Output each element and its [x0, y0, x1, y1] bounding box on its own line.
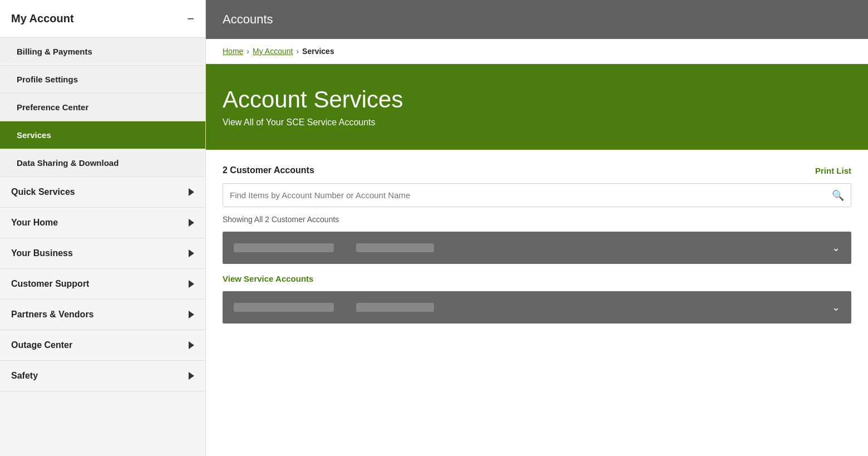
breadcrumb-myaccount[interactable]: My Account	[253, 47, 293, 56]
your-business-label: Your Business	[11, 248, 73, 258]
arrow-icon-safety	[189, 372, 194, 380]
sidebar-item-my-account[interactable]: My Account −	[0, 0, 205, 38]
arrow-icon-customer-support	[189, 280, 194, 288]
chevron-down-icon-2: ⌄	[832, 301, 840, 313]
account-number-2	[356, 303, 434, 312]
print-list-link[interactable]: Print List	[815, 166, 851, 175]
sidebar-item-customer-support[interactable]: Customer Support	[0, 269, 205, 300]
safety-label: Safety	[11, 371, 38, 381]
quick-services-label: Quick Services	[11, 187, 75, 197]
sidebar-item-preference[interactable]: Preference Center	[0, 94, 205, 121]
hero-subtitle: View All of Your SCE Service Accounts	[223, 117, 851, 128]
my-account-label: My Account	[11, 12, 74, 25]
your-home-label: Your Home	[11, 218, 58, 228]
profile-label: Profile Settings	[17, 75, 78, 84]
sidebar-item-profile[interactable]: Profile Settings	[0, 66, 205, 94]
hero-title: Account Services	[223, 86, 851, 113]
main-content: Accounts Home › My Account › Services Ac…	[206, 0, 868, 456]
account-name-1	[234, 243, 334, 252]
billing-label: Billing & Payments	[17, 47, 194, 56]
view-service-accounts-link-1[interactable]: View Service Accounts	[223, 268, 851, 286]
search-bar[interactable]: 🔍	[223, 183, 851, 207]
account-section-2: ⌄	[223, 291, 851, 323]
account-name-2	[234, 303, 334, 312]
sidebar-item-outage[interactable]: Outage Center	[0, 330, 205, 361]
arrow-icon-partners	[189, 311, 194, 318]
data-sharing-label: Data Sharing & Download	[17, 158, 119, 168]
breadcrumb-home[interactable]: Home	[223, 47, 243, 56]
services-label: Services	[17, 130, 51, 140]
arrow-icon-quick-services	[189, 188, 194, 196]
showing-text: Showing All 2 Customer Accounts	[223, 215, 851, 224]
customer-support-label: Customer Support	[11, 279, 89, 289]
breadcrumb: Home › My Account › Services	[206, 39, 868, 64]
sidebar-item-data-sharing[interactable]: Data Sharing & Download	[0, 149, 205, 177]
hero-banner: Account Services View All of Your SCE Se…	[206, 64, 868, 150]
sidebar-item-safety[interactable]: Safety	[0, 361, 205, 391]
sidebar: My Account − Billing & Payments Profile …	[0, 0, 206, 456]
content-area: 2 Customer Accounts Print List 🔍 Showing…	[206, 150, 868, 345]
account-info-1	[234, 243, 434, 252]
sidebar-item-partners[interactable]: Partners & Vendors	[0, 300, 205, 330]
accounts-header: 2 Customer Accounts Print List	[223, 165, 851, 175]
sidebar-item-billing[interactable]: Billing & Payments	[0, 38, 205, 66]
header-title: Accounts	[223, 12, 273, 26]
chevron-down-icon-1: ⌄	[832, 242, 840, 254]
sidebar-item-your-business[interactable]: Your Business	[0, 238, 205, 269]
breadcrumb-current: Services	[302, 47, 334, 56]
breadcrumb-sep-1: ›	[246, 47, 249, 56]
arrow-icon-your-business	[189, 249, 194, 257]
search-input[interactable]	[230, 184, 832, 207]
sidebar-item-your-home[interactable]: Your Home	[0, 208, 205, 238]
minus-icon: −	[187, 13, 194, 25]
outage-label: Outage Center	[11, 340, 72, 350]
account-number-1	[356, 243, 434, 252]
account-row-2[interactable]: ⌄	[223, 291, 851, 323]
search-icon: 🔍	[832, 189, 844, 202]
sidebar-item-services[interactable]: Services	[0, 121, 205, 149]
account-row-1[interactable]: ⌄	[223, 232, 851, 264]
partners-label: Partners & Vendors	[11, 310, 94, 320]
account-info-2	[234, 303, 434, 312]
page-header: Accounts	[206, 0, 868, 39]
arrow-icon-your-home	[189, 219, 194, 227]
breadcrumb-sep-2: ›	[296, 47, 299, 56]
accounts-count: 2 Customer Accounts	[223, 165, 314, 175]
account-section-1: ⌄ View Service Accounts	[223, 232, 851, 286]
arrow-icon-outage	[189, 341, 194, 349]
preference-label: Preference Center	[17, 102, 88, 112]
sidebar-item-quick-services[interactable]: Quick Services	[0, 177, 205, 208]
